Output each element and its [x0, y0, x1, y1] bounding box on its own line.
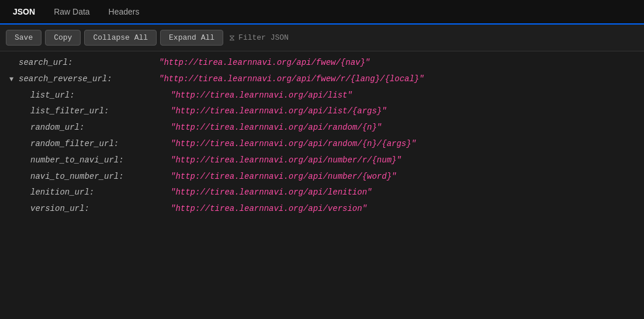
json-key: list_filter_url: [30, 105, 171, 119]
json-value: "http://tirea.learnnavi.org/api/random/{… [171, 121, 382, 135]
json-key: search_url: [19, 56, 159, 70]
expand-arrow[interactable]: ▼ [9, 74, 19, 85]
table-row: random_filter_url: "http://tirea.learnna… [0, 136, 644, 152]
copy-button[interactable]: Copy [45, 30, 81, 46]
table-row: list_url: "http://tirea.learnnavi.org/ap… [0, 88, 644, 104]
json-key: number_to_navi_url: [30, 154, 171, 168]
json-value: "http://tirea.learnnavi.org/api/number/{… [171, 170, 396, 184]
tab-bar: JSON Raw Data Headers [0, 0, 644, 25]
table-row: version_url: "http://tirea.learnnavi.org… [0, 201, 644, 217]
table-row: ▼search_reverse_url: "http://tirea.learn… [0, 71, 644, 88]
json-value: "http://tirea.learnnavi.org/api/fwew/{na… [159, 56, 370, 70]
json-value: "http://tirea.learnnavi.org/api/lenition… [171, 186, 372, 200]
expand-all-button[interactable]: Expand All [160, 30, 223, 46]
json-key: version_url: [30, 202, 171, 216]
json-value: "http://tirea.learnnavi.org/api/random/{… [171, 137, 416, 151]
table-row: lenition_url: "http://tirea.learnnavi.or… [0, 185, 644, 201]
tab-json[interactable]: JSON [5, 2, 43, 21]
filter-label: Filter JSON [238, 33, 289, 42]
json-value: "http://tirea.learnnavi.org/api/fwew/r/{… [159, 72, 424, 86]
table-row: number_to_navi_url: "http://tirea.learnn… [0, 152, 644, 169]
table-row: list_filter_url: "http://tirea.learnnavi… [0, 103, 644, 120]
collapse-all-button[interactable]: Collapse All [84, 30, 157, 46]
json-key: search_reverse_url: [19, 72, 159, 86]
table-row: search_url: "http://tirea.learnnavi.org/… [0, 55, 644, 71]
json-value: "http://tirea.learnnavi.org/api/list" [171, 89, 352, 103]
json-key: random_filter_url: [30, 137, 171, 151]
table-row: random_url: "http://tirea.learnnavi.org/… [0, 120, 644, 136]
json-value: "http://tirea.learnnavi.org/api/number/r… [171, 154, 401, 168]
json-key: random_url: [30, 121, 171, 135]
tab-headers[interactable]: Headers [101, 2, 148, 21]
save-button[interactable]: Save [6, 30, 41, 46]
json-content: search_url: "http://tirea.learnnavi.org/… [0, 51, 644, 319]
json-key: navi_to_number_url: [30, 170, 171, 184]
filter-icon: ⧖ [229, 33, 235, 43]
json-key: list_url: [30, 89, 171, 103]
json-value: "http://tirea.learnnavi.org/api/version" [171, 202, 367, 216]
toolbar: Save Copy Collapse All Expand All ⧖ Filt… [0, 25, 644, 51]
json-value: "http://tirea.learnnavi.org/api/list/{ar… [171, 105, 387, 119]
filter-input-wrap: ⧖ Filter JSON [229, 33, 289, 43]
tab-raw-data[interactable]: Raw Data [46, 2, 98, 21]
json-key: lenition_url: [30, 186, 171, 200]
table-row: navi_to_number_url: "http://tirea.learnn… [0, 169, 644, 185]
